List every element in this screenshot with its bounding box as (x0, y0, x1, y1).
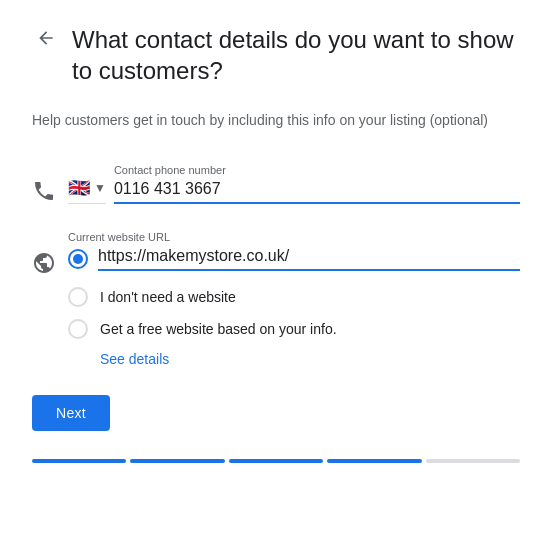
see-details-link[interactable]: See details (100, 351, 520, 367)
phone-icon (32, 179, 56, 207)
progress-segment-2 (130, 459, 224, 463)
phone-field-wrapper: Contact phone number (114, 164, 520, 204)
website-url-field: Current website URL (68, 231, 520, 271)
phone-label: Contact phone number (114, 164, 520, 176)
phone-input[interactable] (114, 180, 520, 204)
page-title: What contact details do you want to show… (72, 24, 520, 86)
radio-no-website[interactable] (68, 287, 88, 307)
radio-has-website[interactable] (68, 249, 88, 269)
back-button[interactable] (32, 24, 60, 52)
globe-icon (32, 251, 56, 279)
next-button[interactable]: Next (32, 395, 110, 431)
page-subtitle: Help customers get in touch by including… (32, 110, 520, 131)
country-selector[interactable]: 🇬🇧 ▼ (68, 179, 106, 204)
chevron-down-icon: ▼ (94, 181, 106, 195)
progress-bar (0, 439, 552, 479)
progress-segment-3 (229, 459, 323, 463)
website-label: Current website URL (68, 231, 520, 243)
website-section: Current website URL I don't need a websi… (32, 231, 520, 367)
progress-segment-4 (327, 459, 421, 463)
progress-segment-1 (32, 459, 126, 463)
progress-segment-5 (426, 459, 520, 463)
no-website-label: I don't need a website (100, 289, 236, 305)
website-url-input[interactable] (98, 247, 520, 271)
option-no-website[interactable]: I don't need a website (68, 287, 520, 307)
free-website-label: Get a free website based on your info. (100, 321, 337, 337)
option-free-website[interactable]: Get a free website based on your info. (68, 319, 520, 339)
phone-input-group: 🇬🇧 ▼ Contact phone number (68, 159, 520, 204)
phone-section: 🇬🇧 ▼ Contact phone number (32, 159, 520, 207)
radio-free-website[interactable] (68, 319, 88, 339)
radio-inner-dot (73, 254, 83, 264)
country-flag: 🇬🇧 (68, 179, 90, 197)
back-arrow-icon (36, 28, 56, 48)
website-fields: Current website URL I don't need a websi… (68, 231, 520, 367)
